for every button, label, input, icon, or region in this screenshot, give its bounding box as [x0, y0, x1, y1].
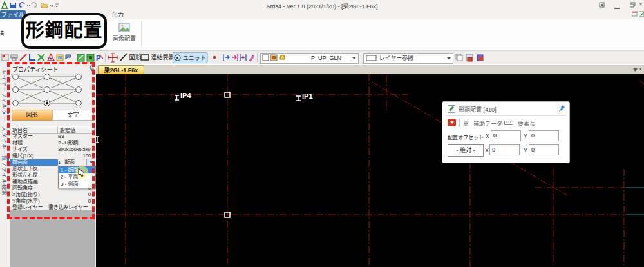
- toolbar-separator: [257, 53, 258, 62]
- layer-swatch-icon: [366, 54, 377, 62]
- offset-y-label: Y: [524, 133, 527, 139]
- close-button[interactable]: ×: [639, 1, 643, 7]
- offset-x-input[interactable]: 0: [491, 130, 521, 141]
- tab-output[interactable]: 出力: [107, 10, 129, 19]
- abs-x-label: X: [485, 147, 489, 153]
- selection-markers: [96, 92, 301, 217]
- image-place-button[interactable]: 画像配置: [109, 21, 139, 49]
- toolbar-icon-group-left[interactable]: P: [1, 53, 104, 63]
- ribbon-display-options-icon[interactable]: [632, 11, 638, 19]
- canvas-close-icon[interactable]: ×: [639, 66, 642, 72]
- crosshair-tool-icon[interactable]: [108, 53, 118, 63]
- combo-arrow-icon: [352, 57, 356, 59]
- dialog-item-aux-data[interactable]: 補助データ: [473, 119, 502, 128]
- unit-icon: [174, 54, 181, 61]
- pen-style-icons: [262, 54, 288, 62]
- restore-button[interactable]: [630, 2, 636, 9]
- shape-mode-label: 図形: [129, 54, 141, 61]
- offset-x-label: X: [486, 133, 489, 139]
- help-button[interactable]: [599, 2, 605, 9]
- panel-collapse-icon[interactable]: [633, 67, 638, 74]
- layer-ref-value: レイヤー参照: [379, 55, 414, 61]
- hidden-ribbon-fragment: 部: [0, 28, 4, 36]
- marker-label-ip4: IP4: [180, 92, 191, 99]
- pen-style-combo[interactable]: P_UP_GLN: [260, 53, 359, 64]
- offset-y-input[interactable]: 0: [529, 130, 559, 141]
- linked-element-label: 連結要素: [151, 54, 175, 61]
- rectangle-icon: [140, 53, 149, 61]
- application-window: Arris4 - Ver 1.0 (2021/1/28) - [梁2GL-1.F…: [0, 0, 644, 267]
- dialog-item-element-length[interactable]: 要素長: [518, 119, 535, 128]
- combo-arrow-icon: [447, 57, 451, 59]
- layer-ref-combo[interactable]: レイヤー参照: [363, 53, 453, 64]
- dialog-separator: [446, 115, 565, 116]
- ribbon-edit-icon[interactable]: [639, 11, 644, 19]
- unit-mode-button[interactable]: ユニット: [173, 52, 207, 63]
- dialog-ruler-icon[interactable]: [504, 120, 513, 126]
- shape-mode-button[interactable]: 図形: [120, 53, 141, 63]
- image-icon: [118, 23, 130, 33]
- annotation-red-dashed-frame: [7, 62, 95, 219]
- dialog-red-dropdown-icon[interactable]: [448, 119, 456, 126]
- teal-line-ends: [626, 188, 644, 215]
- abs-x-input[interactable]: 0: [489, 144, 520, 155]
- abs-y-label: Y: [524, 147, 527, 153]
- toolbar-separator: [207, 53, 208, 62]
- document-tab[interactable]: 梁2GL-1.F6x: [98, 65, 144, 75]
- abs-y-input[interactable]: 0: [529, 144, 559, 155]
- toolbar-separator: [105, 53, 106, 62]
- image-place-label: 画像配置: [109, 34, 139, 43]
- snap-icon-group[interactable]: [223, 53, 255, 63]
- marker-label-ip1: IP1: [302, 92, 313, 100]
- dialog-icon: [448, 105, 455, 113]
- line-icon: [120, 53, 128, 61]
- offset-label: 配置オフセット: [448, 134, 484, 141]
- document-tab-strip: [96, 64, 644, 75]
- dialog-item-layer[interactable]: 重: [463, 119, 469, 128]
- unit-label: ユニット: [183, 55, 206, 61]
- haigchi-dialog: 形鋼配置 [410] 重 補助データ 要素長 配置オフセット X 0 Y 0 -…: [442, 101, 570, 163]
- pen-style-value: P_UP_GLN: [311, 54, 341, 63]
- ribbon-separator: [141, 21, 142, 48]
- annotation-callout: 形鋼配置: [21, 13, 107, 49]
- linked-element-button[interactable]: 連結要素: [140, 53, 175, 63]
- absolute-mode-button[interactable]: - 絶対 -: [448, 144, 484, 157]
- dialog-toolbar-separator: [459, 118, 460, 127]
- layer-tools-icon-group[interactable]: [455, 53, 488, 63]
- dialog-pin-icon[interactable]: [558, 104, 565, 112]
- point-tool-icon[interactable]: [211, 54, 218, 61]
- window-title: Arris4 - Ver 1.0 (2021/1/28) - [梁2GL-1.F…: [0, 2, 644, 10]
- toolbar-separator: [220, 53, 220, 62]
- dialog-title: 形鋼配置 [410]: [459, 105, 497, 114]
